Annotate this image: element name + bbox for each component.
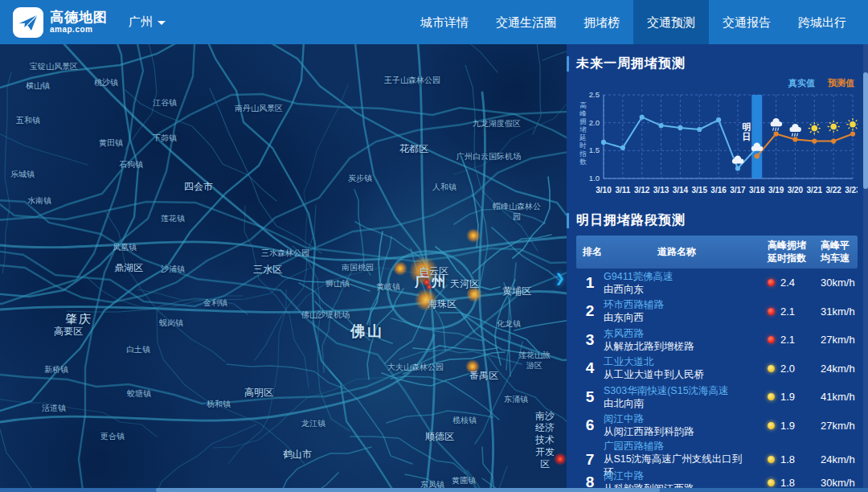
- table-row: 7广园西路辅路从S15沈海高速广州支线出口到环1.824km/h: [576, 440, 858, 469]
- horizontal-scrollbar[interactable]: [0, 488, 868, 492]
- svg-text:2.5: 2.5: [589, 90, 600, 99]
- table-row: 6阅江中路从阅江西路到科韵路1.927km/h: [576, 412, 858, 441]
- congestion-index: 1.8: [750, 477, 808, 489]
- avg-speed: 30km/h: [808, 277, 858, 289]
- congestion-hotspot: [466, 286, 482, 302]
- legend-forecast-value: 预测值: [828, 78, 854, 88]
- road-name-link[interactable]: 阅江中路: [604, 412, 750, 425]
- road-name-link[interactable]: 工业大道北: [604, 355, 750, 368]
- brand-domain: amap.com: [50, 26, 108, 34]
- congestion-hotspot: [465, 359, 480, 374]
- road-name-link[interactable]: 环市西路辅路: [604, 298, 750, 311]
- road-direction: 由西向东: [604, 283, 750, 296]
- column-header-2: 道路名称: [604, 246, 750, 259]
- congestion-index: 2.1: [750, 334, 808, 346]
- amap-traffic-app: 高德地图 amap.com 广州 城市详情交通生活圈拥堵榜交通预测交通报告跨城出…: [0, 0, 868, 492]
- nav-item-traffic-forecast[interactable]: 交通预测: [633, 0, 709, 44]
- amap-paper-plane-icon: [13, 7, 43, 38]
- svg-text:3/11: 3/11: [615, 186, 630, 195]
- svg-text:3/19: 3/19: [768, 186, 784, 195]
- weather-sun-icon: [809, 122, 821, 134]
- avg-speed: 27km/h: [808, 420, 858, 432]
- tomorrow-band: [751, 95, 762, 178]
- road-name-link[interactable]: G9411莞佛高速: [604, 270, 750, 283]
- table-header: 排名道路名称高峰拥堵 延时指数高峰平 均车速: [576, 236, 858, 269]
- svg-text:2.0: 2.0: [589, 118, 600, 127]
- congestion-index: 1.9: [750, 391, 808, 403]
- svg-text:3/18: 3/18: [749, 186, 765, 195]
- forecast-panel: 未来一周拥堵预测 真实值预测值 1.01.52.02.5明日 3/103/113…: [567, 44, 868, 492]
- congestion-hotspot: [420, 271, 428, 279]
- svg-text:1.0: 1.0: [589, 174, 600, 182]
- rank-cell: 5: [576, 388, 604, 406]
- avg-speed: 27km/h: [808, 334, 858, 346]
- congestion-level-dot: [768, 422, 775, 429]
- column-header-3: 高峰拥堵 延时指数: [750, 240, 808, 264]
- road-direction: 由北向南: [604, 397, 750, 410]
- road-direction: 从阅江西路到科韵路: [604, 425, 750, 438]
- congestion-level-dot: [768, 336, 775, 343]
- traffic-map[interactable]: 广州佛山肇庆四会市鼎湖区三水区高要区高明区顺德区番禺区天河区黄埔区海珠区白云区花…: [0, 44, 567, 492]
- table-row: 2环市西路辅路由东向西2.131km/h: [576, 297, 858, 326]
- nav-item-city-detail[interactable]: 城市详情: [407, 0, 482, 44]
- svg-text:3/10: 3/10: [596, 186, 612, 195]
- congestion-level-dot: [768, 393, 775, 400]
- congestion-level-dot: [768, 456, 775, 463]
- table-body: 1G9411莞佛高速由西向东2.430km/h2环市西路辅路由东向西2.131k…: [576, 269, 858, 492]
- congestion-index: 1.8: [750, 453, 808, 465]
- svg-text:3/22: 3/22: [825, 186, 841, 195]
- vertical-scrollbar-thumb[interactable]: [863, 72, 868, 189]
- panel-collapse-arrow[interactable]: ❯: [555, 271, 565, 285]
- road-direction: 从工业大道中到人民桥: [604, 368, 750, 381]
- week-forecast-section: 未来一周拥堵预测 真实值预测值 1.01.52.02.5明日 3/103/113…: [576, 55, 858, 203]
- rank-cell: 6: [576, 416, 604, 434]
- main-content: 广州佛山肇庆四会市鼎湖区三水区高要区高明区顺德区番禺区天河区黄埔区海珠区白云区花…: [0, 44, 868, 492]
- svg-text:3/12: 3/12: [634, 186, 650, 195]
- svg-text:3/21: 3/21: [807, 186, 823, 195]
- horizontal-scrollbar-thumb[interactable]: [156, 488, 659, 492]
- svg-text:3/16: 3/16: [710, 186, 727, 195]
- congestion-index: 2.4: [750, 277, 808, 289]
- nav-item-traffic-report[interactable]: 交通报告: [709, 0, 784, 44]
- road-name-link[interactable]: S303华南快速(S15沈海高速: [604, 384, 750, 397]
- nav-item-traffic-life-circle[interactable]: 交通生活圈: [482, 0, 570, 44]
- y-axis-label: 高峰拥堵延时指数: [579, 101, 588, 166]
- city-selector[interactable]: 广州: [129, 14, 166, 30]
- brand-logo[interactable]: 高德地图 amap.com: [13, 7, 108, 38]
- weather-sun-icon: [846, 118, 858, 130]
- chart-legend: 真实值预测值: [576, 77, 854, 88]
- tomorrow-forecast-title: 明日拥堵路段预测: [576, 212, 858, 229]
- congestion-level-dot: [768, 479, 775, 486]
- svg-text:3/17: 3/17: [730, 186, 746, 195]
- road-name-link[interactable]: 东风西路: [604, 327, 750, 340]
- nav-item-congestion-rank[interactable]: 拥堵榜: [570, 0, 633, 44]
- rank-cell: 2: [576, 302, 604, 320]
- tomorrow-label: 明日: [742, 122, 751, 141]
- vertical-scrollbar[interactable]: [863, 44, 868, 488]
- avg-speed: 31km/h: [808, 305, 858, 318]
- svg-text:3/20: 3/20: [788, 186, 804, 195]
- avg-speed: 24km/h: [808, 363, 858, 375]
- tomorrow-forecast-section: 明日拥堵路段预测 排名道路名称高峰拥堵 延时指数高峰平 均车速 1G9411莞佛…: [576, 212, 858, 492]
- nav-item-intercity-travel[interactable]: 跨城出行: [784, 0, 860, 44]
- rank-cell: 4: [576, 359, 604, 377]
- road-name-link[interactable]: 阅江中路: [604, 469, 750, 482]
- table-row: 4工业大道北从工业大道中到人民桥2.024km/h: [576, 355, 858, 383]
- brand-name: 高德地图: [50, 10, 108, 24]
- column-header-4: 高峰平 均车速: [808, 240, 858, 264]
- road-direction: 从解放北路到增槎路: [604, 340, 750, 353]
- road-direction: 由东向西: [604, 311, 750, 324]
- avg-speed: 24km/h: [808, 453, 858, 465]
- svg-text:1.5: 1.5: [589, 146, 600, 154]
- road-name-link[interactable]: 广园西路辅路: [604, 440, 750, 453]
- rank-cell: 3: [576, 331, 604, 349]
- svg-text:3/15: 3/15: [691, 186, 707, 195]
- svg-text:3/13: 3/13: [653, 186, 669, 195]
- congestion-hotspot: [466, 228, 481, 243]
- avg-speed: 30km/h: [808, 477, 858, 489]
- congestion-hotspot: [393, 261, 407, 276]
- svg-text:3/23: 3/23: [845, 186, 858, 195]
- week-forecast-chart: 1.01.52.02.5明日 3/103/113/123/133/143/153…: [576, 90, 858, 203]
- congestion-level-dot: [768, 365, 775, 372]
- congestion-hotspot: [554, 453, 567, 465]
